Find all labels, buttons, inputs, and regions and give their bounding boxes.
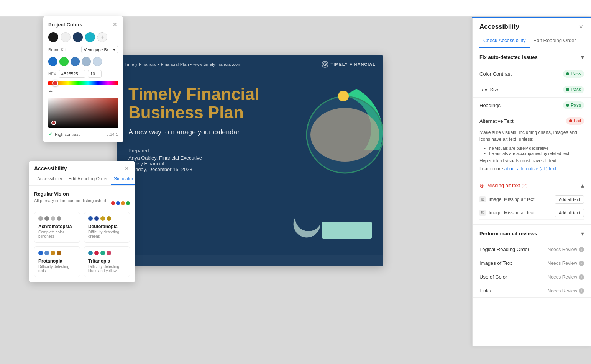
brand-swatch-light1[interactable] — [82, 57, 91, 66]
dropper-icon[interactable]: ✒ — [48, 88, 53, 95]
acc-main-tabs: Check Accessibility Edit Reading Order — [479, 35, 584, 48]
tritanopia-dots — [88, 251, 126, 255]
manual-reviews-header[interactable]: Perform manual reviews ▾ — [473, 225, 591, 243]
add-alt-text-button-1[interactable]: Add alt text — [555, 195, 584, 204]
slide-title: Timely Financial Business Plan — [128, 85, 274, 122]
tritanopia-desc: Difficulty detecting blues and yellows — [88, 264, 126, 273]
badge-text-size: Pass — [563, 86, 584, 93]
check-label-links: Links — [479, 288, 491, 294]
missing-alt-title: ⊗ Missing alt text (2) — [479, 183, 527, 189]
tritanopia-name: Tritanopia — [88, 258, 126, 264]
clock-icon — [322, 61, 328, 68]
manual-reviews-title: Perform manual reviews — [479, 231, 537, 237]
crescent-shape — [290, 199, 327, 236]
dot — [57, 251, 61, 255]
chevron-down-icon: ▾ — [581, 230, 584, 237]
check-row-images-text: Images of Text Needs Review i — [473, 256, 591, 270]
acc-main-header: Accessibility ✕ Check Accessibility Edit… — [473, 17, 591, 48]
protanopia-desc: Difficulty detecting reds — [38, 264, 76, 273]
acc-small-close-button[interactable]: ✕ — [124, 165, 130, 171]
dot — [94, 251, 99, 255]
dot — [94, 216, 99, 221]
check-label-alt-text: Alternative Text — [479, 118, 514, 124]
acc-main-title-row: Accessibility ✕ — [479, 23, 584, 31]
tab-accessibility[interactable]: Accessibility — [34, 175, 65, 185]
add-alt-text-button-2[interactable]: Add alt text — [555, 209, 584, 217]
project-colors-header: Project Colors ✕ — [48, 21, 118, 28]
deuteranopia-name: Deuteranopia — [88, 224, 126, 229]
acc-main-title: Accessibility — [479, 23, 519, 31]
check-label-color-contrast: Color Contrast — [479, 71, 512, 77]
info-icon-use-of-color: i — [579, 274, 584, 280]
brand-swatches — [48, 57, 118, 66]
alt-text-desc: Make sure visuals, including charts, ima… — [479, 129, 584, 143]
acc-small-tabs: Accessibility Edit Reading Order Simulat… — [29, 171, 135, 186]
swatch-black[interactable] — [48, 32, 58, 42]
swatch-teal[interactable] — [85, 32, 95, 42]
tab-edit-reading-order-main[interactable]: Edit Reading Order — [530, 35, 580, 48]
vision-card-deuteranopia[interactable]: Deuteranopia Difficulty detecting greens — [84, 212, 130, 243]
acc-small-body: Regular Vision All primary colors can be… — [29, 186, 135, 282]
acc-small-header: Accessibility ✕ — [29, 161, 135, 171]
brand-swatch-light2[interactable] — [93, 57, 102, 66]
accessibility-simulator-panel: Accessibility ✕ Accessibility Edit Readi… — [29, 161, 135, 282]
vision-card-tritanopia[interactable]: Tritanopia Difficulty detecting blues an… — [84, 246, 130, 277]
acc-main-close-button[interactable]: ✕ — [578, 24, 584, 30]
alt-text-description-section: Make sure visuals, including charts, ima… — [473, 129, 591, 178]
chevron-down-icon: ▾ — [113, 47, 115, 52]
tab-check-accessibility[interactable]: Check Accessibility — [479, 35, 530, 48]
vision-card-achromatopsia[interactable]: Achromatopsia Complete color blindness — [34, 212, 80, 243]
dot — [107, 251, 111, 255]
tab-edit-reading-order[interactable]: Edit Reading Order — [65, 175, 111, 185]
contrast-ratio: 8.34:1 — [106, 132, 118, 137]
dot — [44, 216, 49, 221]
dot — [51, 251, 55, 255]
brand-kit-row: Brand Kit Venngage Br... ▾ — [48, 46, 118, 53]
check-icon: ✔ — [48, 131, 53, 137]
vision-card-protanopia[interactable]: Protanopia Difficulty detecting reds — [34, 246, 80, 277]
brand-swatch-blue1[interactable] — [48, 57, 57, 66]
alt-text-link[interactable]: about alternative (alt) text. — [504, 166, 558, 171]
color-picker-bar[interactable] — [48, 81, 118, 85]
image-icon-2: 🖼 — [479, 210, 486, 216]
missing-alt-header[interactable]: ⊗ Missing alt text (2) ▴ — [473, 178, 591, 193]
badge-use-of-color: Needs Review i — [548, 274, 584, 280]
hex-input[interactable] — [59, 70, 85, 78]
auto-detected-header[interactable]: Fix auto-detected issues ▾ — [473, 48, 591, 66]
brand-swatch-blue2[interactable] — [71, 57, 80, 66]
check-label-headings: Headings — [479, 103, 501, 108]
slide-body: Timely Financial Business Plan A new way… — [117, 73, 383, 266]
check-row-color-contrast: Color Contrast Pass — [473, 66, 591, 82]
brand-kit-select[interactable]: Venngage Br... ▾ — [81, 46, 118, 53]
check-row-text-size: Text Size Pass — [473, 82, 591, 98]
swatch-white[interactable] — [61, 32, 71, 42]
missing-alt-label-2: 🖼 Image: Missing alt text — [479, 210, 534, 216]
rv-dot-red — [111, 201, 115, 205]
achromatopsia-desc: Complete color blindness — [38, 230, 76, 238]
info-icon-reading-order: i — [579, 247, 584, 252]
project-colors-close-button[interactable]: ✕ — [112, 21, 118, 28]
add-color-button[interactable]: + — [97, 32, 107, 42]
hex-opacity-row: HEX — [48, 70, 118, 78]
slide-graphic — [280, 81, 383, 188]
tab-simulator[interactable]: Simulator — [111, 175, 135, 185]
learn-more-text: Learn more — [479, 166, 504, 171]
project-colors-title: Project Colors — [48, 22, 82, 28]
project-colors-panel: Project Colors ✕ + Brand Kit Venngage Br… — [43, 16, 123, 142]
dot — [38, 216, 43, 221]
picker-thumb — [52, 80, 58, 86]
swatch-dark-blue[interactable] — [73, 32, 83, 42]
slide-header-left: Timely Financial • Financial Plan • www.… — [125, 62, 241, 67]
project-color-swatches: + — [48, 32, 118, 42]
info-icon-links: i — [579, 288, 584, 294]
dot — [88, 251, 93, 255]
check-row-headings: Headings Pass — [473, 98, 591, 113]
check-label-text-size: Text Size — [479, 87, 500, 93]
yellow-dot — [338, 91, 349, 101]
manual-reviews-section: Perform manual reviews ▾ Logical Reading… — [473, 225, 591, 298]
opacity-input[interactable] — [88, 70, 102, 78]
missing-alt-label-1: 🖼 Image: Missing alt text — [479, 196, 534, 202]
missing-alt-rows: 🖼 Image: Missing alt text Add alt text 🖼… — [473, 193, 591, 224]
brand-swatch-green[interactable] — [59, 57, 69, 66]
color-gradient-box[interactable] — [48, 98, 118, 128]
